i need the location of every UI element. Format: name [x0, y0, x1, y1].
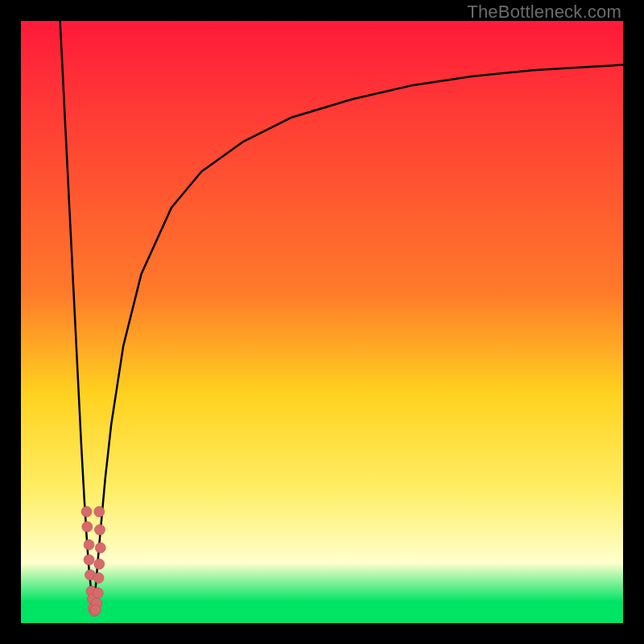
marker-dot — [82, 522, 93, 532]
marker-dot — [94, 525, 105, 535]
marker-dot — [93, 572, 104, 583]
marker-dot — [93, 588, 103, 598]
chart-frame — [21, 21, 623, 623]
watermark-text: TheBottleneck.com — [467, 2, 621, 23]
marker-dot — [95, 543, 105, 553]
marker-dot — [94, 506, 105, 517]
marker-dot — [84, 539, 94, 550]
bottleneck-plot — [21, 21, 623, 623]
marker-dot — [81, 506, 92, 517]
marker-dot — [90, 605, 101, 615]
gradient-background — [21, 21, 623, 623]
marker-dot — [84, 555, 94, 565]
marker-dot — [94, 559, 105, 569]
